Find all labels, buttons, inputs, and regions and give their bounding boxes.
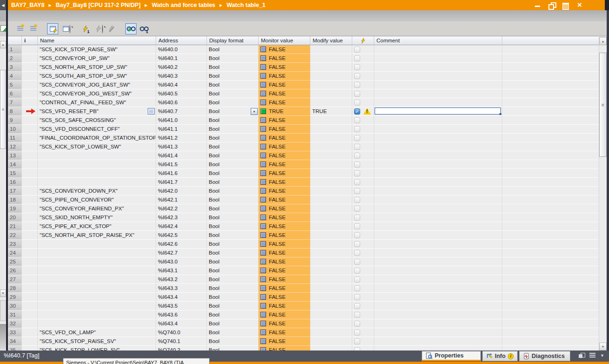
show-once-monitor-button[interactable]: 1 <box>138 23 150 34</box>
modify-value-cell[interactable] <box>310 275 352 284</box>
display-format-cell[interactable]: Bool <box>207 134 259 142</box>
tag-name-cell[interactable]: "SC5_VFD_DISCONNECT_OFF" <box>38 125 156 134</box>
table-row[interactable]: 24 %I642.7 Bool FALSE <box>8 249 599 257</box>
modify-value-cell[interactable] <box>310 125 352 134</box>
modify-enable-checkbox[interactable] <box>354 250 360 256</box>
tag-name-cell[interactable]: "SC5_KICK_STOP_RAISE_SV" <box>38 337 156 346</box>
tag-name-cell[interactable] <box>38 293 156 302</box>
modify-enable-checkbox[interactable] <box>354 47 360 53</box>
modify-enable-checkbox[interactable] <box>354 206 360 212</box>
comment-cell[interactable] <box>374 302 502 310</box>
modify-enable-checkbox[interactable] <box>354 91 360 97</box>
modify-enable-checkbox[interactable] <box>354 153 360 159</box>
modify-enable-checkbox[interactable] <box>354 223 360 229</box>
display-format-cell[interactable]: Bool <box>207 240 259 249</box>
display-format-cell[interactable]: Bool <box>207 231 259 240</box>
display-format-cell[interactable]: Bool <box>207 151 259 160</box>
tag-name-cell[interactable] <box>38 257 156 266</box>
breadcrumb-device[interactable]: Bay7_Bay8 [CPU 317-2 PN/DP] <box>56 2 141 8</box>
address-cell[interactable]: %I642.6 <box>156 240 207 249</box>
modify-value-cell[interactable] <box>310 240 352 249</box>
modify-value-cell[interactable] <box>310 204 352 213</box>
modify-value-cell[interactable] <box>310 116 352 125</box>
tag-name-cell[interactable]: "SC5_VFD_OK_LAMP" <box>38 328 156 337</box>
modify-value-cell[interactable] <box>310 187 352 195</box>
address-cell[interactable]: %I640.1 <box>156 54 207 63</box>
address-cell[interactable]: %I643.5 <box>156 302 207 310</box>
minimize-button[interactable] <box>534 2 541 8</box>
comment-cell[interactable] <box>374 81 502 89</box>
modify-enable-checkbox[interactable] <box>354 197 360 203</box>
tag-name-cell[interactable]: "SC5_KICK_STOP_RAISE_SW" <box>38 45 156 54</box>
table-row[interactable]: 26 %I643.1 Bool FALSE <box>8 266 599 275</box>
tab-diagnostics[interactable]: Diagnostics <box>519 351 570 361</box>
table-row[interactable]: 20 "SC5_SKID_NORTH_EMPTY" %I642.3 Bool F… <box>8 213 599 222</box>
comment-input[interactable] <box>375 108 501 115</box>
display-format-cell[interactable]: Bool <box>207 328 259 337</box>
tab-info[interactable]: Info i <box>482 351 518 361</box>
display-format-cell[interactable]: Bool <box>207 346 259 351</box>
panel-menu-icon[interactable] <box>589 353 595 358</box>
tag-name-cell[interactable] <box>38 302 156 310</box>
modify-enable-checkbox[interactable]: ✓ <box>354 108 360 115</box>
modify-enable-checkbox[interactable] <box>354 100 360 106</box>
modify-enable-checkbox[interactable] <box>354 144 360 150</box>
tag-name-cell[interactable] <box>38 169 156 178</box>
comment-cell[interactable] <box>374 319 502 328</box>
address-cell[interactable]: %I642.4 <box>156 222 207 231</box>
comment-cell[interactable] <box>374 187 502 195</box>
address-cell[interactable]: %I643.4 <box>156 319 207 328</box>
address-cell[interactable]: %I641.2 <box>156 134 207 142</box>
tag-name-cell[interactable] <box>38 249 156 257</box>
tag-name-cell[interactable]: "SC5_SC6_SAFE_CROSSING" <box>38 116 156 125</box>
modify-value-cell[interactable]: TRUE <box>310 107 352 116</box>
table-row[interactable]: 15 %I641.6 Bool FALSE <box>8 169 599 178</box>
scrollbar-thumb[interactable]: ≡ <box>599 53 607 157</box>
table-row[interactable]: 2 "SC5_CONVEYOR_UP_SW" %I640.1 Bool FALS… <box>8 54 599 63</box>
modify-value-cell[interactable] <box>310 45 352 54</box>
modify-with-trigger-button[interactable] <box>93 23 104 34</box>
table-row[interactable]: 6 "SC5_CONVEYOR_JOG_WEST_SW" %I640.5 Boo… <box>8 89 599 98</box>
table-row[interactable]: 10 "SC5_VFD_DISCONNECT_OFF" %I641.1 Bool… <box>8 125 599 134</box>
tag-name-cell[interactable] <box>38 240 156 249</box>
comment-cell[interactable] <box>374 134 502 142</box>
tag-name-cell[interactable] <box>38 151 156 160</box>
float-panel-icon[interactable] <box>579 353 585 358</box>
display-format-cell[interactable]: Bool <box>207 222 259 231</box>
comment-cell[interactable] <box>374 178 502 187</box>
collapse-left-panel-button[interactable]: ◀ <box>0 0 6 10</box>
display-format-cell[interactable]: Bool <box>207 116 259 125</box>
tag-name-cell[interactable]: "SC5_KICK_STOP_LOWER_SV" <box>38 346 156 351</box>
display-format-cell[interactable]: Bool <box>207 178 259 187</box>
address-cell[interactable]: %I642.3 <box>156 213 207 222</box>
display-format-cell[interactable]: Bool <box>207 213 259 222</box>
display-format-cell[interactable]: Bool <box>207 310 259 319</box>
comment-cell[interactable] <box>374 160 502 169</box>
table-row[interactable]: 22 "SC5_NORTH_AIR_STOP_RAISE_PX" %I642.5… <box>8 231 599 240</box>
comment-cell[interactable] <box>374 310 502 319</box>
comment-cell[interactable] <box>374 240 502 249</box>
monitor-all-button[interactable] <box>47 23 58 34</box>
modify-value-cell[interactable] <box>310 249 352 257</box>
display-format-cell[interactable]: Bool <box>207 266 259 275</box>
enable-peripheral-outputs-button[interactable] <box>106 23 117 34</box>
table-row[interactable]: 27 %I643.2 Bool FALSE <box>8 275 599 284</box>
address-cell[interactable]: %Q740.1 <box>156 337 207 346</box>
table-row[interactable]: 32 %I643.4 Bool FALSE <box>8 319 599 328</box>
comment-cell[interactable] <box>374 169 502 178</box>
address-cell[interactable]: %Q740.0 <box>156 328 207 337</box>
address-cell[interactable]: %I641.6 <box>156 169 207 178</box>
modify-enable-checkbox[interactable] <box>354 73 360 79</box>
display-format-cell[interactable]: Bool <box>207 293 259 302</box>
table-row[interactable]: 17 "SC5_CONVEYOR_DOWN_PX" %I642.0 Bool F… <box>8 187 599 195</box>
modify-enable-checkbox[interactable] <box>354 188 360 194</box>
display-format-cell[interactable]: Bool <box>207 337 259 346</box>
display-format-cell[interactable]: Bool <box>207 125 259 134</box>
tag-name-cell[interactable]: "SC5_SKID_NORTH_EMPTY" <box>38 213 156 222</box>
modify-enable-checkbox[interactable] <box>354 321 360 327</box>
display-format-cell[interactable]: Bool <box>207 45 259 54</box>
tag-name-cell[interactable] <box>38 319 156 328</box>
tag-name-cell[interactable] <box>38 178 156 187</box>
modify-value-cell[interactable] <box>310 337 352 346</box>
comment-cell[interactable] <box>374 89 502 98</box>
